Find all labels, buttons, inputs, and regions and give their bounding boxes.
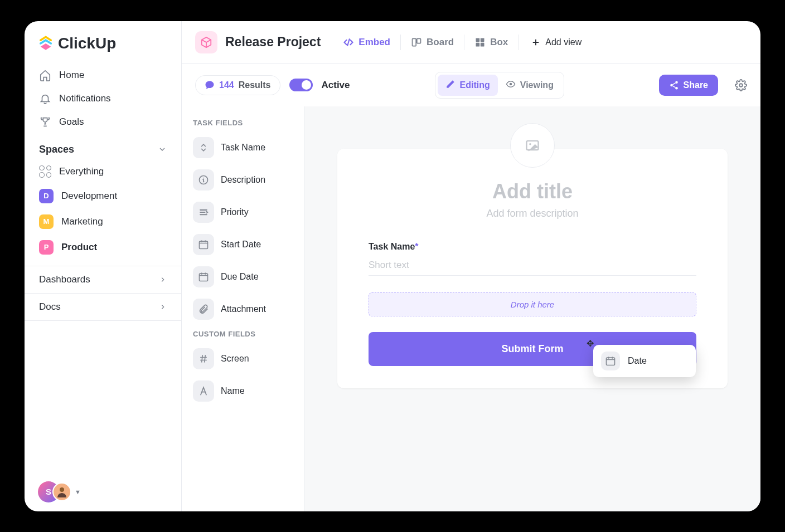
nav-goals[interactable]: Goals (31, 110, 175, 134)
plus-icon (531, 37, 541, 47)
avatar (52, 482, 71, 501)
calendar-icon (193, 266, 214, 287)
brand-logo[interactable]: ClickUp (25, 35, 181, 64)
field-name[interactable]: Name (186, 375, 299, 407)
field-priority[interactable]: Priority (186, 196, 299, 228)
field-start-date[interactable]: Start Date (186, 228, 299, 261)
svg-point-10 (675, 87, 678, 90)
svg-rect-17 (607, 358, 615, 365)
results-pill[interactable]: 144 Results (195, 75, 280, 95)
toolbar: 144 Results Active EditingViewing Share (182, 64, 760, 106)
share-button[interactable]: Share (659, 75, 718, 96)
field-due-date[interactable]: Due Date (186, 261, 299, 293)
brand-name: ClickUp (58, 35, 116, 52)
form-canvas: Add title Add form description Task Name… (304, 106, 760, 511)
sidebar: ClickUp HomeNotificationsGoals Spaces Ev… (25, 21, 182, 511)
sidebar-section-dashboards[interactable]: Dashboards (25, 266, 181, 293)
task-name-input[interactable]: Short text (369, 255, 696, 276)
nav-notifications[interactable]: Notifications (31, 87, 175, 110)
sidebar-section-docs[interactable]: Docs (25, 293, 181, 321)
settings-icon[interactable] (735, 79, 747, 91)
svg-rect-3 (476, 38, 480, 42)
nav-home[interactable]: Home (31, 64, 175, 87)
view-tabs-bar: Release Project EmbedBoardBox Add view (182, 21, 760, 64)
svg-point-0 (60, 487, 64, 492)
embed-icon (343, 37, 354, 48)
sidebar-item-product[interactable]: PProduct (25, 235, 181, 260)
form-title-input[interactable]: Add title (369, 180, 696, 203)
share-icon (669, 80, 679, 90)
app-window: ClickUp HomeNotificationsGoals Spaces Ev… (25, 21, 760, 511)
pencil-icon (445, 79, 456, 91)
sidebar-item-everything[interactable]: Everything (25, 160, 181, 183)
task-name-label: Task Name* (369, 242, 696, 252)
everything-icon (39, 165, 51, 178)
mode-viewing[interactable]: Viewing (498, 75, 561, 96)
letter-icon (193, 380, 214, 402)
box-icon (474, 37, 486, 48)
board-icon (411, 37, 422, 48)
calendar-icon (601, 352, 620, 370)
project-icon[interactable] (195, 31, 217, 53)
tab-board[interactable]: Board (403, 33, 462, 51)
calendar-icon (193, 234, 214, 255)
space-badge: P (39, 240, 54, 255)
workspace: TASK FIELDSTask NameDescriptionPriorityS… (182, 106, 760, 511)
sidebar-item-development[interactable]: DDevelopment (25, 183, 181, 209)
svg-rect-14 (200, 274, 208, 281)
move-cursor-icon: ✥ (587, 338, 594, 349)
spaces-header[interactable]: Spaces (25, 134, 181, 160)
field-attachment[interactable]: Attachment (186, 293, 299, 325)
form-logo-placeholder[interactable] (510, 123, 555, 168)
image-icon (525, 138, 540, 153)
svg-rect-6 (481, 42, 484, 46)
main-nav: HomeNotificationsGoals (25, 64, 181, 134)
svg-point-9 (670, 84, 673, 86)
svg-rect-1 (413, 38, 416, 46)
form-description-input[interactable]: Add form description (369, 208, 696, 219)
chevron-right-icon (159, 303, 167, 311)
fields-panel: TASK FIELDSTask NameDescriptionPriorityS… (182, 106, 304, 511)
cube-icon (200, 36, 212, 48)
eye-icon (506, 79, 516, 91)
svg-rect-5 (476, 42, 480, 46)
dragging-field-chip[interactable]: Date (593, 345, 696, 377)
clip-icon (193, 299, 214, 320)
space-badge: M (39, 214, 54, 229)
active-toggle[interactable] (289, 79, 313, 91)
svg-point-8 (675, 81, 678, 84)
sidebar-item-marketing[interactable]: MMarketing (25, 209, 181, 235)
project-title: Release Project (225, 35, 321, 50)
field-screen[interactable]: Screen (186, 343, 299, 375)
info-icon (193, 169, 214, 191)
caret-down-icon: ▼ (75, 489, 81, 495)
home-icon (39, 69, 51, 81)
fields-group-header: TASK FIELDS (186, 114, 299, 131)
active-toggle-label: Active (322, 80, 350, 91)
fields-group-header: CUSTOM FIELDS (186, 325, 299, 343)
svg-rect-13 (200, 241, 208, 248)
svg-rect-4 (481, 38, 484, 42)
svg-point-7 (510, 82, 512, 85)
edit-mode-group: EditingViewing (435, 72, 564, 99)
svg-point-16 (529, 143, 531, 145)
clickup-logo-icon (38, 36, 54, 51)
user-avatar-group[interactable]: S ▼ (25, 481, 181, 502)
chevron-down-icon (158, 145, 167, 154)
field-task-name[interactable]: Task Name (186, 131, 299, 164)
space-badge: D (39, 189, 54, 203)
mode-editing[interactable]: Editing (438, 75, 498, 96)
trophy-icon (39, 116, 51, 128)
main-content: Release Project EmbedBoardBox Add view 1… (182, 21, 760, 511)
tab-embed[interactable]: Embed (335, 33, 398, 51)
svg-point-11 (739, 84, 743, 87)
add-view-button[interactable]: Add view (531, 37, 582, 47)
drop-zone[interactable]: Drop it here (369, 292, 696, 316)
field-description[interactable]: Description (186, 164, 299, 196)
bell-icon (39, 92, 51, 105)
tab-box[interactable]: Box (467, 33, 516, 51)
updown-icon (193, 137, 214, 158)
priority-icon (193, 202, 214, 223)
chevron-right-icon (159, 276, 167, 284)
comment-icon (205, 80, 215, 90)
